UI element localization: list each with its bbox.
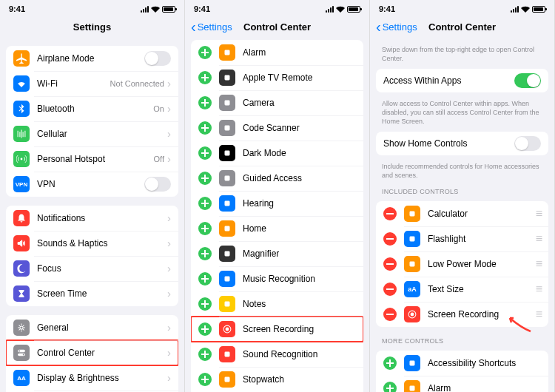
settings-row-vpn[interactable]: VPNVPN <box>6 172 178 197</box>
drag-handle-icon[interactable]: ≡ <box>536 210 541 217</box>
control-icon <box>404 231 420 247</box>
settings-row-control-center[interactable]: Control Center› <box>6 340 178 365</box>
back-button[interactable]: Settings <box>376 21 417 33</box>
settings-row-bluetooth[interactable]: BluetoothOn› <box>6 96 178 121</box>
battery-icon <box>347 6 360 13</box>
row-label: Personal Hotspot <box>37 154 154 164</box>
status-bar: 9:41 <box>370 0 554 16</box>
svg-point-0 <box>21 158 23 160</box>
add-button[interactable] <box>198 272 212 285</box>
add-button[interactable] <box>198 146 212 160</box>
add-control-row-stopwatch[interactable]: Stopwatch <box>191 367 363 392</box>
svg-point-1 <box>20 326 23 329</box>
add-button[interactable] <box>198 172 212 185</box>
signal-icon <box>511 6 519 13</box>
drag-handle-icon[interactable]: ≡ <box>536 235 541 243</box>
row-label: Focus <box>37 263 167 274</box>
add-button[interactable] <box>198 247 212 260</box>
remove-button[interactable] <box>383 308 397 321</box>
add-control-row-camera[interactable]: Camera <box>191 90 363 115</box>
add-control-row-notes[interactable]: Notes <box>191 291 363 317</box>
show-home-controls-row[interactable]: Show Home Controls <box>376 132 548 155</box>
toggle-switch[interactable] <box>514 136 541 151</box>
settings-row-airplane-mode[interactable]: Airplane Mode <box>6 46 178 71</box>
drag-handle-icon[interactable]: ≡ <box>536 311 541 318</box>
toggle-switch[interactable] <box>144 51 171 66</box>
toggle-switch[interactable] <box>514 73 541 88</box>
add-button[interactable] <box>198 71 212 84</box>
remove-button[interactable] <box>383 283 397 296</box>
row-label: Airplane Mode <box>37 53 144 64</box>
remove-button[interactable] <box>383 232 397 246</box>
add-control-row-apple-tv-remote[interactable]: Apple TV Remote <box>191 65 363 90</box>
row-label: Cellular <box>37 129 167 139</box>
control-icon <box>219 371 235 388</box>
included-control-row-text-size[interactable]: aAText Size≡ <box>376 277 548 302</box>
add-button[interactable] <box>198 297 212 311</box>
access-within-apps-row[interactable]: Access Within Apps <box>376 69 548 92</box>
add-control-row-guided-access[interactable]: Guided Access <box>191 166 363 191</box>
svg-rect-36 <box>410 261 415 266</box>
settings-row-display-brightness[interactable]: AADisplay & Brightness› <box>6 365 178 391</box>
row-label: Guided Access <box>243 173 356 183</box>
row-label: Screen Recording <box>243 324 356 334</box>
add-button[interactable] <box>198 46 212 59</box>
add-control-row-magnifier[interactable]: Magnifier <box>191 241 363 266</box>
settings-row-cellular[interactable]: Cellular› <box>6 121 178 146</box>
add-button[interactable] <box>383 382 397 392</box>
control-icon <box>219 346 235 362</box>
add-button[interactable] <box>198 121 212 135</box>
settings-row-focus[interactable]: Focus› <box>6 256 178 281</box>
back-button[interactable]: Settings <box>191 21 232 33</box>
included-control-row-screen-recording[interactable]: Screen Recording≡ <box>376 302 548 327</box>
svg-rect-35 <box>410 236 415 241</box>
add-control-row-code-scanner[interactable]: Code Scanner <box>191 115 363 141</box>
add-button[interactable] <box>198 96 212 109</box>
control-icon <box>404 256 420 272</box>
svg-rect-40 <box>410 385 415 391</box>
footer-text: Allow access to Control Center within ap… <box>370 97 554 127</box>
control-icon <box>219 321 235 337</box>
hotspot-icon <box>13 151 30 167</box>
add-control-row-home[interactable]: Home <box>191 216 363 241</box>
drag-handle-icon[interactable]: ≡ <box>536 260 541 268</box>
add-control-row-hearing[interactable]: Hearing <box>191 191 363 216</box>
svg-rect-34 <box>410 211 415 216</box>
toggle-switch[interactable] <box>144 177 171 192</box>
settings-row-wi-fi[interactable]: Wi-FiNot Connected› <box>6 71 178 96</box>
settings-row-notifications[interactable]: Notifications› <box>6 206 178 231</box>
intro-text: Swipe down from the top-right edge to op… <box>370 37 554 64</box>
settings-row-personal-hotspot[interactable]: Personal HotspotOff› <box>6 146 178 172</box>
settings-row-general[interactable]: General› <box>6 315 178 340</box>
settings-row-screen-time[interactable]: Screen Time› <box>6 281 178 306</box>
add-control-row-dark-mode[interactable]: Dark Mode <box>191 141 363 166</box>
chevron-icon: › <box>167 239 171 248</box>
settings-row-sounds-haptics[interactable]: Sounds & Haptics› <box>6 231 178 256</box>
airplane-icon <box>13 50 30 67</box>
add-control-row-music-recognition[interactable]: Music Recognition <box>191 266 363 291</box>
svg-rect-19 <box>225 126 230 131</box>
row-label: Notifications <box>37 213 167 223</box>
status-time: 9:41 <box>194 4 210 13</box>
included-control-row-calculator[interactable]: Calculator≡ <box>376 201 548 226</box>
control-icon <box>404 380 420 392</box>
add-button[interactable] <box>198 322 212 336</box>
remove-button[interactable] <box>383 257 397 271</box>
add-button[interactable] <box>198 373 212 386</box>
add-button[interactable] <box>383 356 397 370</box>
remove-button[interactable] <box>383 207 397 220</box>
included-control-row-flashlight[interactable]: Flashlight≡ <box>376 226 548 251</box>
add-control-row-sound-recognition[interactable]: Sound Recognition <box>191 342 363 367</box>
add-control-row-alarm[interactable]: Alarm <box>191 40 363 65</box>
add-button[interactable] <box>198 197 212 210</box>
add-button[interactable] <box>198 348 212 361</box>
more-control-row-accessibility-shortcuts[interactable]: Accessibility Shortcuts <box>376 351 548 376</box>
included-control-row-low-power-mode[interactable]: Low Power Mode≡ <box>376 251 548 277</box>
more-control-row-alarm[interactable]: Alarm <box>376 376 548 392</box>
svg-rect-18 <box>225 101 230 106</box>
add-button[interactable] <box>198 222 212 235</box>
add-control-row-screen-recording[interactable]: Screen Recording <box>191 317 363 342</box>
svg-rect-23 <box>225 226 230 232</box>
drag-handle-icon[interactable]: ≡ <box>536 285 541 293</box>
row-label: Accessibility Shortcuts <box>428 358 541 368</box>
